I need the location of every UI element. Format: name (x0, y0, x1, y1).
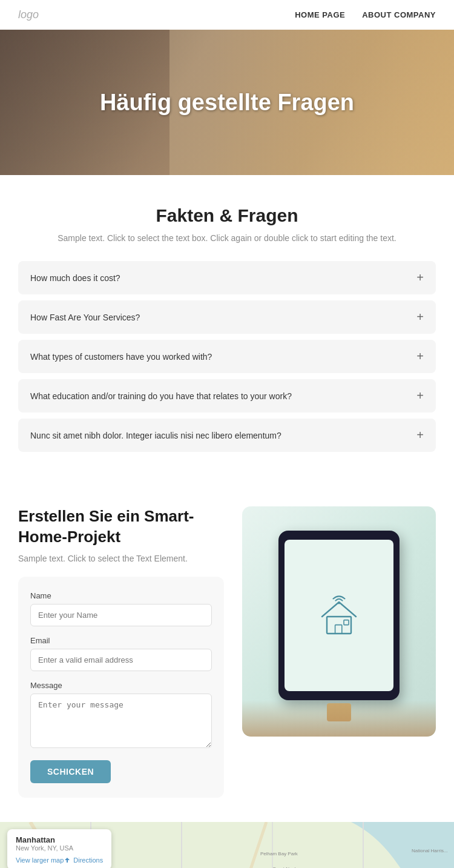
tablet-screen (285, 540, 393, 691)
map-popup-subtitle: New York, NY, USA (16, 844, 103, 852)
view-larger-map-link[interactable]: View larger map (16, 856, 64, 864)
faq-item[interactable]: Nunc sit amet nibh dolor. Integer iaculi… (18, 419, 436, 452)
svg-text:Pelham Bay Park: Pelham Bay Park (260, 851, 298, 856)
faq-title: Fakten & Fragen (18, 205, 436, 226)
tablet-wrapper (272, 531, 406, 712)
faq-subtitle: Sample text. Click to select the text bo… (18, 233, 436, 243)
contact-form-card: Name Email Message SCHICKEN (18, 577, 224, 798)
faq-item[interactable]: How much does it cost? + (18, 261, 436, 294)
tablet-body (278, 531, 400, 700)
smart-home-icon (315, 590, 363, 641)
email-label: Email (30, 636, 212, 645)
map-popup: Manhattan New York, NY, USA View larger … (7, 829, 111, 868)
faq-expand-icon: + (416, 389, 424, 403)
faq-expand-icon: + (416, 310, 424, 324)
faq-expand-icon: + (416, 271, 424, 285)
directions-label: Directions (73, 856, 103, 864)
faq-question: What education and/or training do you ha… (30, 391, 292, 401)
svg-text:National Harris...: National Harris... (412, 848, 448, 853)
logo: logo (18, 8, 39, 21)
faq-question: What types of customers have you worked … (30, 352, 212, 362)
directions-link[interactable]: Directions (64, 856, 103, 864)
faq-expand-icon: + (416, 428, 424, 442)
nav-about[interactable]: ABOUT COMPANY (362, 10, 436, 19)
directions-icon (64, 856, 71, 864)
faq-question: Nunc sit amet nibh dolor. Integer iaculi… (30, 431, 281, 440)
smarthome-text: Sample text. Click to select the Text El… (18, 554, 224, 563)
faq-section: Fakten & Fragen Sample text. Click to se… (0, 175, 454, 476)
message-label: Message (30, 681, 212, 690)
navigation: logo HOME PAGE ABOUT COMPANY (0, 0, 454, 30)
map-popup-title: Manhattan (16, 835, 103, 844)
email-input[interactable] (30, 649, 212, 671)
nav-home[interactable]: HOME PAGE (295, 10, 345, 19)
svg-text:Great Neck: Great Neck (272, 866, 297, 868)
faq-expand-icon: + (416, 350, 424, 363)
svg-rect-1 (335, 625, 342, 634)
smarthome-section: Erstellen Sie ein Smart-Home-Projekt Sam… (0, 476, 454, 798)
svg-point-3 (338, 602, 340, 605)
hero-title: Häufig gestellte Fragen (76, 90, 378, 116)
faq-item[interactable]: What education and/or training do you ha… (18, 379, 436, 412)
faq-item[interactable]: How Fast Are Your Services? + (18, 300, 436, 334)
smarthome-image (242, 506, 436, 737)
smarthome-heading: Erstellen Sie ein Smart-Home-Projekt (18, 506, 224, 548)
faq-question: How Fast Are Your Services? (30, 313, 140, 322)
name-input[interactable] (30, 604, 212, 626)
faq-question: How much does it cost? (30, 273, 120, 283)
table-surface (242, 700, 436, 737)
hero-section: Häufig gestellte Fragen (0, 30, 454, 175)
message-input[interactable] (30, 694, 212, 748)
map-section[interactable]: New York MANHATTAN QUEENS BROOKLYN Newar… (0, 822, 454, 868)
nav-links: HOME PAGE ABOUT COMPANY (295, 10, 436, 19)
name-label: Name (30, 591, 212, 600)
svg-rect-2 (344, 620, 349, 625)
faq-item[interactable]: What types of customers have you worked … (18, 340, 436, 373)
submit-button[interactable]: SCHICKEN (30, 760, 111, 783)
smarthome-left: Erstellen Sie ein Smart-Home-Projekt Sam… (18, 506, 224, 798)
